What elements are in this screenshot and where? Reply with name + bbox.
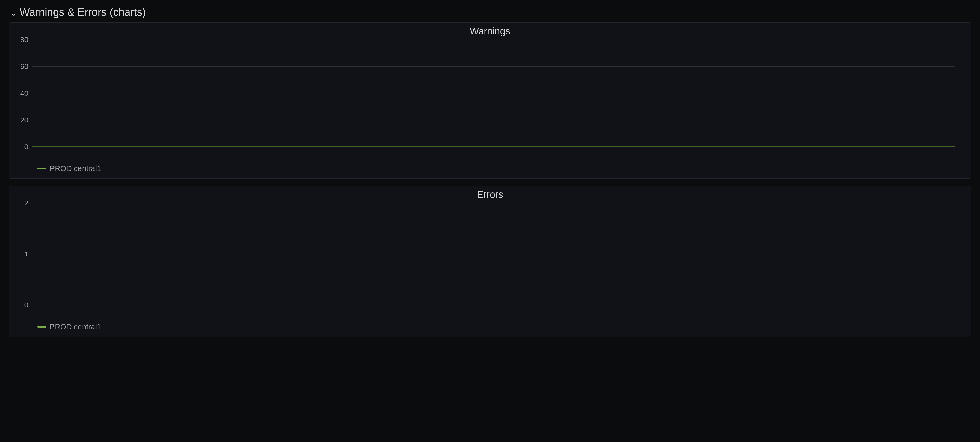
panel-title-warnings: Warnings bbox=[10, 26, 970, 37]
ytick-label: 0 bbox=[24, 143, 32, 151]
ytick-label: 40 bbox=[21, 89, 32, 97]
legend-errors[interactable]: PROD central1 bbox=[37, 322, 970, 331]
legend-swatch-icon bbox=[37, 326, 46, 327]
ytick-label: 20 bbox=[21, 116, 32, 124]
panels-container: Warnings 020406080 07:2007:2507:3007:350… bbox=[0, 22, 980, 345]
legend-label: PROD central1 bbox=[50, 322, 101, 331]
plot-errors[interactable]: 012 07:2007:2507:3007:3507:4007:4507:500… bbox=[32, 203, 955, 320]
ytick-label: 0 bbox=[24, 301, 32, 309]
legend-label: PROD central1 bbox=[50, 164, 101, 173]
xaxis-errors: 07:2007:2507:3007:3507:4007:4507:5007:55… bbox=[32, 308, 955, 320]
panel-errors[interactable]: Errors 012 07:2007:2507:3007:3507:4007:4… bbox=[9, 186, 971, 337]
ytick-label: 2 bbox=[24, 199, 32, 207]
bars-layer bbox=[32, 203, 955, 305]
legend-warnings[interactable]: PROD central1 bbox=[37, 164, 970, 173]
ytick-label: 60 bbox=[21, 62, 32, 70]
plot-warnings[interactable]: 020406080 07:2007:2507:3007:3507:4007:45… bbox=[32, 40, 955, 161]
plot-area-warnings: 020406080 bbox=[32, 40, 955, 147]
bars-layer bbox=[32, 40, 955, 147]
row-title: Warnings & Errors (charts) bbox=[20, 6, 146, 18]
plot-area-errors: 012 bbox=[32, 203, 955, 305]
legend-swatch-icon bbox=[37, 168, 46, 169]
panel-warnings[interactable]: Warnings 020406080 07:2007:2507:3007:350… bbox=[9, 22, 971, 179]
xaxis-warnings: 07:2007:2507:3007:3507:4007:4507:5007:55… bbox=[32, 149, 955, 161]
row-header[interactable]: ⌄ Warnings & Errors (charts) bbox=[0, 0, 980, 22]
ytick-label: 1 bbox=[24, 250, 32, 258]
chevron-down-icon: ⌄ bbox=[10, 8, 17, 18]
panel-title-errors: Errors bbox=[10, 189, 970, 200]
ytick-label: 80 bbox=[21, 36, 32, 44]
